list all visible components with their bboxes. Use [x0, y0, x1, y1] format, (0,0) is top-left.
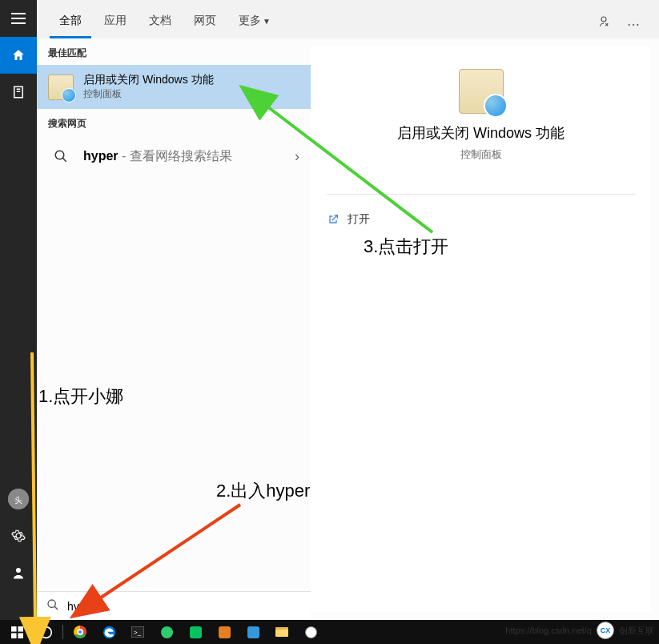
divider — [327, 194, 635, 195]
results-list: 最佳匹配 启用或关闭 Windows 功能 控制面板 搜索网页 hyper - … — [37, 38, 311, 620]
open-label: 打开 — [348, 212, 370, 227]
tab-all[interactable]: 全部 — [50, 6, 91, 38]
taskbar-app-green[interactable] — [153, 620, 180, 644]
taskbar-separator — [62, 625, 63, 639]
cortana-button[interactable] — [32, 620, 59, 644]
control-panel-icon — [48, 74, 74, 100]
taskbar-app-blue[interactable] — [239, 620, 267, 644]
svg-rect-2 — [11, 22, 26, 24]
svg-rect-15 — [18, 633, 23, 638]
web-search-header: 搜索网页 — [37, 109, 311, 135]
taskbar-explorer[interactable] — [268, 620, 295, 644]
watermark-url: https://blog.csdn.net/q — [505, 626, 592, 635]
svg-line-9 — [62, 158, 66, 162]
tabs: 全部 应用 文档 网页 更多▼ ⋯ — [37, 0, 659, 38]
svg-rect-12 — [11, 626, 17, 632]
chevron-down-icon: ▼ — [263, 17, 271, 26]
best-match-header: 最佳匹配 — [37, 38, 311, 65]
svg-rect-1 — [11, 18, 26, 19]
taskbar-app-orange[interactable] — [211, 620, 238, 644]
svg-point-10 — [48, 600, 55, 607]
cortana-rail — [0, 0, 37, 620]
web-hint: - 查看网络搜索结果 — [119, 149, 232, 163]
detail-icon — [459, 69, 504, 114]
svg-text:>_: >_ — [134, 629, 142, 636]
notebook-icon[interactable] — [0, 74, 37, 111]
detail-sub: 控制面板 — [327, 147, 635, 162]
open-action[interactable]: 打开 — [327, 207, 635, 231]
search-input[interactable] — [67, 600, 301, 613]
feedback-icon[interactable] — [590, 8, 617, 38]
svg-rect-13 — [18, 626, 23, 632]
svg-point-16 — [40, 626, 51, 638]
detail-title: 启用或关闭 Windows 功能 — [327, 123, 635, 143]
user-icon[interactable] — [0, 554, 37, 591]
result-sub: 控制面板 — [83, 87, 214, 101]
web-query: hyper — [83, 149, 119, 163]
tab-more[interactable]: 更多▼ — [229, 6, 280, 38]
chevron-right-icon: › — [295, 148, 299, 165]
svg-line-11 — [54, 606, 58, 610]
search-icon — [48, 143, 74, 169]
tab-web[interactable]: 网页 — [184, 6, 226, 38]
start-button[interactable] — [3, 620, 30, 644]
search-box[interactable] — [37, 591, 311, 620]
tab-docs[interactable]: 文档 — [139, 6, 181, 38]
svg-point-8 — [55, 151, 64, 159]
open-icon — [327, 213, 340, 226]
search-panel: 全部 应用 文档 网页 更多▼ ⋯ 最佳匹配 启用或关闭 Windows 功能 … — [37, 0, 659, 620]
settings-icon[interactable] — [0, 517, 37, 554]
result-title: 启用或关闭 Windows 功能 — [83, 73, 214, 87]
taskbar-edge[interactable] — [95, 620, 123, 644]
svg-rect-14 — [11, 633, 17, 638]
home-icon[interactable] — [0, 37, 37, 74]
watermark-brand: 创新互联 — [619, 625, 654, 637]
result-web-search[interactable]: hyper - 查看网络搜索结果 › — [37, 135, 311, 177]
taskbar-wechat[interactable] — [182, 620, 209, 644]
svg-point-7 — [601, 17, 606, 22]
result-detail: 启用或关闭 Windows 功能 控制面板 打开 — [311, 46, 651, 612]
watermark: https://blog.csdn.net/q CX 创新互联 — [505, 622, 654, 639]
taskbar-app-circle[interactable] — [297, 620, 324, 644]
taskbar-chrome[interactable] — [66, 620, 94, 644]
result-windows-features[interactable]: 启用或关闭 Windows 功能 控制面板 — [37, 65, 311, 109]
avatar-icon[interactable] — [0, 481, 37, 517]
tab-apps[interactable]: 应用 — [94, 6, 136, 38]
watermark-logo: CX — [597, 622, 614, 639]
taskbar-terminal[interactable]: >_ — [124, 620, 151, 644]
svg-point-6 — [16, 568, 21, 573]
more-options-icon[interactable]: ⋯ — [621, 10, 646, 38]
svg-rect-0 — [11, 13, 26, 14]
menu-icon[interactable] — [0, 0, 37, 37]
search-icon — [46, 598, 59, 614]
